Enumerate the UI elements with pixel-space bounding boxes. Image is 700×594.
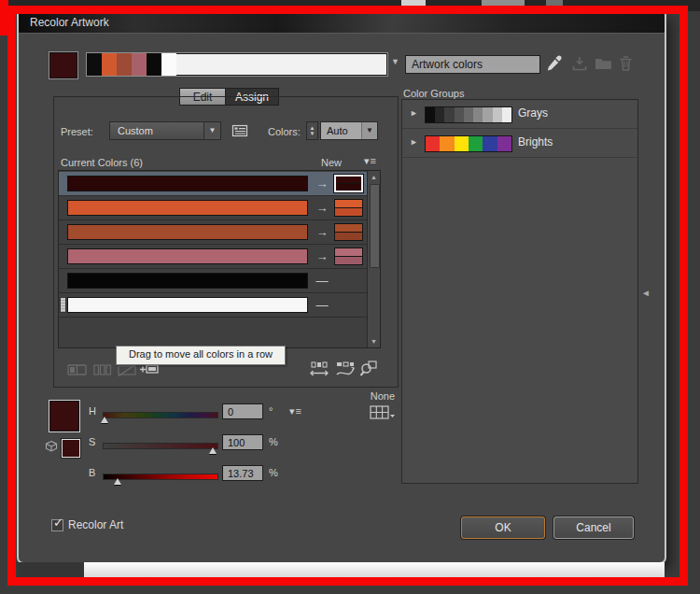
color-row-bar[interactable] — [67, 224, 308, 240]
preset-label: Preset: — [61, 126, 93, 137]
maps-to-arrow: → — [313, 196, 331, 219]
expander-icon[interactable]: ► — [410, 108, 418, 118]
ok-button[interactable]: OK — [461, 516, 545, 539]
hue-slider[interactable] — [103, 412, 218, 418]
saturation-label: S — [89, 436, 95, 447]
new-color-swatch[interactable] — [334, 199, 363, 217]
group-swatch-strip[interactable] — [425, 106, 512, 123]
color-scheme-bar[interactable] — [86, 52, 388, 77]
row-drag-handle[interactable] — [60, 297, 66, 313]
group-name: Brights — [518, 135, 553, 148]
colors-count-dropdown[interactable]: Auto ▼ — [320, 121, 378, 140]
gamut-color-swatch[interactable] — [62, 439, 80, 458]
color-row-bar[interactable] — [67, 200, 308, 216]
preset-options-button[interactable] — [231, 122, 249, 139]
brightness-slider-thumb[interactable] — [114, 478, 121, 485]
swatch — [455, 107, 464, 122]
saturation-unit: % — [269, 436, 278, 447]
saturation-value-input[interactable] — [222, 434, 263, 450]
maps-to-arrow: → — [313, 220, 331, 244]
swatch — [435, 107, 444, 122]
limit-library-button[interactable] — [370, 405, 395, 420]
color-group-grays[interactable]: ► Grays — [402, 100, 637, 129]
colors-label: Colors: — [268, 126, 301, 137]
new-color-swatch[interactable] — [334, 223, 363, 241]
color-scheme-dropdown-icon[interactable]: ▼ — [391, 57, 399, 66]
background-app-strip — [0, 0, 700, 11]
recolor-art-checkbox[interactable]: ✓ — [51, 519, 63, 531]
color-row-4[interactable]: → — [59, 245, 367, 269]
cancel-button[interactable]: Cancel — [553, 516, 634, 539]
hue-slider-thumb[interactable] — [101, 417, 108, 423]
scroll-down-icon[interactable]: ▼ — [368, 338, 380, 345]
group-swatch-strip[interactable] — [425, 135, 512, 152]
background-ui-fragment — [401, 0, 426, 7]
hue-flyout-menu-icon[interactable]: ▾≡ — [289, 405, 302, 417]
scrollbar-thumb[interactable] — [370, 184, 380, 268]
not-mapped-dash: — — [313, 293, 331, 317]
preset-dropdown[interactable]: Custom ▼ — [109, 121, 221, 140]
scroll-up-icon[interactable]: ▲ — [368, 174, 380, 180]
save-group-icon[interactable] — [571, 56, 588, 71]
preset-value: Custom — [118, 125, 153, 136]
colors-stepper[interactable]: ▲ ▼ — [306, 121, 318, 140]
brightness-unit: % — [269, 467, 278, 478]
swatch — [147, 53, 161, 76]
new-color-bottom — [336, 183, 361, 191]
limit-library-label: None — [343, 390, 395, 402]
background-ui-fragment — [482, 0, 525, 7]
color-row-3[interactable]: → — [59, 220, 367, 245]
color-group-name-input[interactable] — [405, 55, 540, 74]
new-color-swatch[interactable] — [334, 248, 363, 265]
color-row-bar[interactable] — [67, 297, 308, 313]
saturation-slider-thumb[interactable] — [209, 447, 217, 454]
reorder-colors-icon[interactable] — [309, 361, 329, 377]
colors-count-value: Auto — [327, 125, 348, 136]
out-of-gamut-cube-icon[interactable] — [44, 440, 59, 455]
collapse-panel-icon[interactable]: ◄ — [641, 288, 651, 298]
maps-to-arrow: → — [313, 245, 331, 268]
chevron-down-icon[interactable]: ▼ — [203, 122, 220, 139]
chevron-down-icon[interactable]: ▼ — [361, 122, 377, 139]
color-row-bar[interactable] — [67, 248, 308, 264]
merge-colors-icon[interactable] — [67, 364, 88, 375]
color-row-1[interactable]: → — [59, 172, 367, 196]
swatch — [444, 107, 454, 122]
new-folder-icon[interactable] — [595, 56, 612, 70]
expander-icon[interactable]: ► — [410, 137, 418, 147]
brightness-value-input[interactable] — [222, 465, 263, 481]
swatch — [469, 136, 483, 151]
separate-colors-icon[interactable] — [93, 364, 112, 375]
swatch — [483, 107, 492, 122]
color-row-bar[interactable] — [67, 176, 308, 191]
saturation-slider[interactable] — [103, 443, 218, 449]
find-color-icon[interactable] — [359, 361, 377, 377]
list-scrollbar[interactable]: ▲ ▼ — [367, 171, 380, 347]
color-group-brights[interactable]: ► Brights — [402, 129, 637, 158]
color-row-6[interactable]: — — [59, 293, 367, 318]
group-name: Grays — [518, 106, 548, 120]
color-row-bar[interactable] — [67, 273, 308, 289]
new-color-bottom — [335, 207, 362, 216]
eyedropper-icon[interactable] — [546, 54, 563, 73]
maps-to-arrow: → — [313, 172, 331, 195]
new-color-top — [335, 224, 362, 232]
new-color-bottom — [335, 256, 362, 264]
swatch — [117, 53, 132, 76]
swatch — [455, 136, 469, 151]
selected-color-swatch — [49, 400, 80, 432]
color-row-5[interactable]: — — [59, 269, 367, 293]
swatch — [132, 53, 147, 76]
background-ui-fragment — [546, 0, 563, 7]
background-desktop — [19, 562, 84, 579]
exclude-colors-icon[interactable] — [118, 364, 136, 376]
recolor-art-label: Recolor Art — [68, 518, 123, 531]
list-flyout-menu-icon[interactable]: ▾≡ — [364, 155, 377, 167]
trash-icon[interactable] — [619, 55, 633, 71]
randomize-order-icon[interactable] — [335, 361, 356, 377]
spin-down-icon[interactable]: ▼ — [307, 131, 317, 136]
new-color-swatch[interactable] — [334, 175, 363, 192]
swatch — [161, 53, 176, 76]
color-row-2[interactable]: → — [59, 196, 367, 220]
hue-value-input[interactable] — [222, 403, 263, 419]
